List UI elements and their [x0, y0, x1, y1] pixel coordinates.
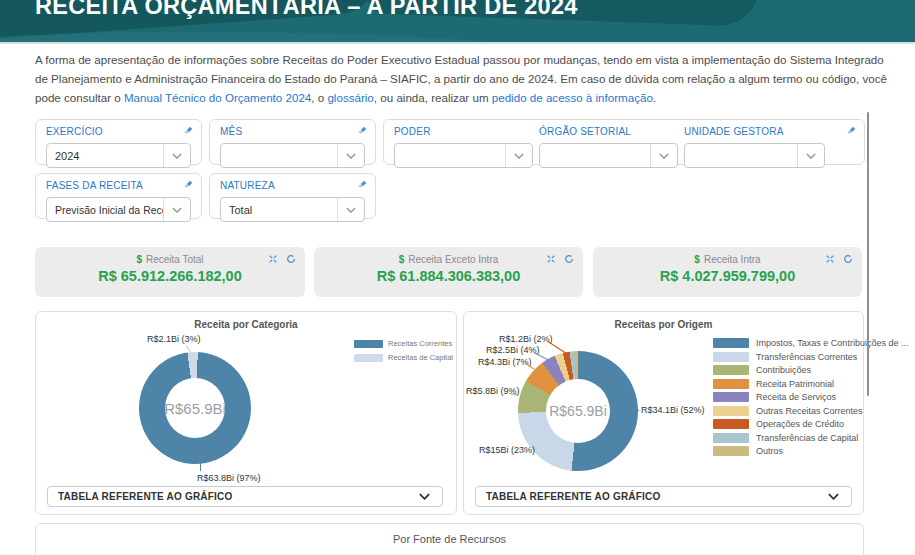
donut-center-label: R$65.9Bi — [549, 403, 607, 419]
slice-label: R$63.8Bi (97%) — [197, 473, 261, 483]
link-glossario[interactable]: glossário — [327, 91, 373, 104]
kpi-value: R$ 65.912.266.182,00 — [35, 268, 305, 284]
page-title: RECEITA ORÇAMENTÁRIA – A PARTIR DE 2024 — [35, 0, 578, 20]
leader-line — [548, 341, 567, 354]
scrollbar-thumb[interactable] — [867, 112, 869, 396]
expand-icon[interactable] — [825, 254, 835, 264]
donut-center-label: R$65.9Bi — [164, 400, 226, 417]
chevron-down-icon — [163, 198, 190, 221]
kpi-header: $Receita Total — [35, 254, 305, 265]
legend-item[interactable]: Receitas Correntes — [354, 339, 453, 348]
table-toggle-origem[interactable]: TABELA REFERENTE AO GRÁFICO — [475, 486, 852, 507]
legend-item[interactable]: Receitas de Capital — [354, 353, 453, 362]
filter-label: UNIDADE GESTORA — [684, 126, 825, 138]
link-pedido-acesso[interactable]: pedido de acesso à informação — [492, 91, 653, 104]
filter-label: EXERCÍCIO — [46, 126, 191, 138]
link-manual-tecnico[interactable]: Manual Técnico do Orçamento 2024 — [124, 91, 311, 104]
donut-chart-categoria[interactable]: R$65.9Bi — [139, 352, 251, 464]
legend-item[interactable]: Impostos, Taxas e Contribuições de ... — [713, 338, 908, 348]
kpi-value: R$ 61.884.306.383,00 — [314, 268, 583, 284]
kpi-value: R$ 4.027.959.799,00 — [593, 268, 862, 284]
legend-label: Contribuições — [756, 365, 811, 375]
filter-box-orgaos: PODER ÓRGÃO SETORIAL UNIDADE GESTORA — [383, 119, 865, 165]
legend-label: Receita de Serviços — [756, 392, 836, 402]
page: RECEITA ORÇAMENTÁRIA – A PARTIR DE 2024 … — [0, 0, 915, 555]
legend-swatch — [713, 338, 749, 348]
filter-box-mes: MÊS — [209, 119, 376, 165]
expand-icon[interactable] — [268, 254, 278, 264]
kpi-header: $Receita Intra — [593, 254, 862, 265]
chart-legend: Impostos, Taxas e Contribuições de ... T… — [713, 338, 908, 460]
mes-select[interactable] — [220, 143, 365, 168]
refresh-icon[interactable] — [564, 254, 574, 264]
filter-box-exercicio: EXERCÍCIO 2024 — [35, 119, 202, 165]
chart-title: Receita por Categoria — [36, 319, 456, 330]
leader-line — [200, 462, 201, 471]
eraser-icon[interactable] — [846, 125, 857, 136]
legend-swatch — [713, 406, 749, 416]
intro-text: . — [653, 91, 656, 104]
legend-item[interactable]: Operações de Crédito — [713, 419, 908, 429]
chevron-down-icon — [419, 493, 442, 500]
legend-item[interactable]: Contribuições — [713, 365, 908, 375]
table-toggle-categoria[interactable]: TABELA REFERENTE AO GRÁFICO — [47, 486, 443, 507]
fases-receita-select[interactable]: Previsão Inicial da Receita — [46, 197, 191, 222]
legend-swatch — [354, 340, 383, 348]
eraser-icon[interactable] — [357, 125, 368, 136]
filter-label: PODER — [394, 126, 533, 138]
chevron-down-icon — [650, 144, 677, 167]
legend-label: Receitas Correntes — [388, 339, 452, 348]
exercicio-select[interactable]: 2024 — [46, 143, 191, 168]
legend-item[interactable]: Outras Receitas Correntes — [713, 406, 908, 416]
slice-label: R$4.3Bi (7%) — [478, 357, 532, 367]
leader-line — [534, 352, 549, 360]
legend-label: Receitas de Capital — [388, 353, 453, 362]
select-value: Previsão Inicial da Receita — [47, 204, 163, 216]
slice-label: R$1.2Bi (2%) — [499, 334, 553, 344]
eraser-icon[interactable] — [357, 179, 368, 190]
eraser-icon[interactable] — [183, 125, 194, 136]
legend-item[interactable]: Transferências Correntes — [713, 352, 908, 362]
legend-label: Outros — [756, 446, 783, 456]
slice-label: R$5.8Bi (9%) — [466, 386, 520, 396]
refresh-icon[interactable] — [286, 254, 296, 264]
legend-swatch — [713, 446, 749, 456]
page-header: RECEITA ORÇAMENTÁRIA – A PARTIR DE 2024 — [0, 0, 915, 44]
donut-chart-origem[interactable]: R$65.9Bi — [518, 351, 638, 471]
legend-item[interactable]: Outros — [713, 446, 908, 456]
legend-item[interactable]: Transferências de Capital — [713, 433, 908, 443]
kpi-label: Receita Total — [146, 254, 204, 265]
leader-line — [186, 345, 191, 352]
filter-label: FASES DA RECEITA — [46, 180, 191, 192]
legend-item[interactable]: Receita Patrimonial — [713, 379, 908, 389]
poder-select[interactable] — [394, 143, 533, 168]
eraser-icon[interactable] — [183, 179, 194, 190]
legend-item[interactable]: Receita de Serviços — [713, 392, 908, 402]
filter-box-natureza: NATUREZA Total — [209, 173, 376, 219]
legend-swatch — [713, 433, 749, 443]
legend-swatch — [713, 352, 749, 362]
filter-group-poder: PODER — [394, 126, 533, 168]
kpi-card-receita-intra: $Receita Intra R$ 4.027.959.799,00 — [593, 247, 862, 297]
dollar-icon: $ — [694, 254, 700, 265]
orgao-setorial-select[interactable] — [539, 143, 678, 168]
filter-label: NATUREZA — [220, 180, 365, 192]
expand-icon[interactable] — [546, 254, 556, 264]
legend-label: Receita Patrimonial — [756, 379, 834, 389]
natureza-select[interactable]: Total — [220, 197, 365, 222]
chevron-down-icon — [505, 144, 532, 167]
filter-box-fases: FASES DA RECEITA Previsão Inicial da Rec… — [35, 173, 202, 219]
chevron-down-icon — [797, 144, 824, 167]
panel-fonte-recursos: Por Fonte de Recursos — [35, 523, 864, 555]
legend-label: Transferências Correntes — [756, 352, 857, 362]
kpi-header: $Receita Exceto Intra — [314, 254, 583, 265]
refresh-icon[interactable] — [843, 254, 853, 264]
chevron-down-icon — [163, 144, 190, 167]
legend-swatch — [713, 419, 749, 429]
kpi-card-receita-exceto-intra: $Receita Exceto Intra R$ 61.884.306.383,… — [314, 247, 583, 297]
panel-title: Por Fonte de Recursos — [36, 533, 863, 545]
intro-text: , o — [311, 91, 327, 104]
slice-label: R$34.1Bi (52%) — [641, 405, 705, 415]
unidade-gestora-select[interactable] — [684, 143, 825, 168]
legend-swatch — [713, 365, 749, 375]
